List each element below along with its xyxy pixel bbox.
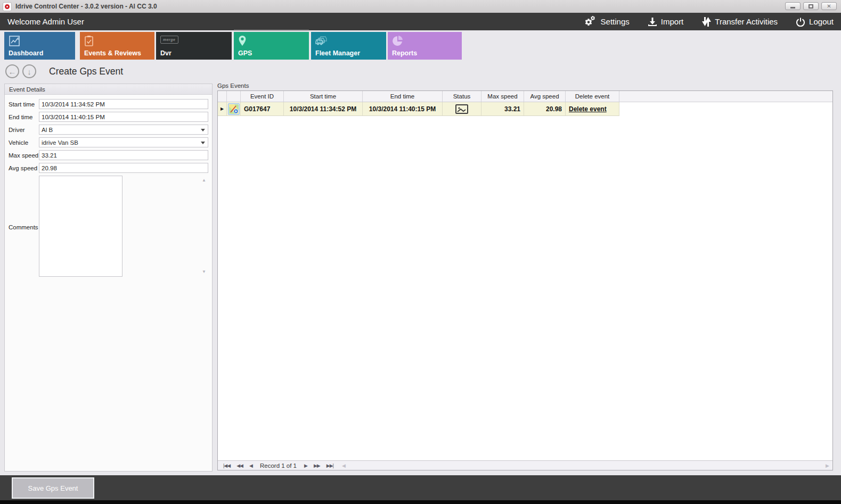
tab-dvr-label: Dvr xyxy=(160,49,172,57)
gears-icon xyxy=(584,16,597,28)
header-status[interactable]: Status xyxy=(443,91,481,102)
header-delete-event[interactable]: Delete event xyxy=(566,91,619,102)
tab-gps-label: GPS xyxy=(238,49,252,57)
tab-reports[interactable]: Reports xyxy=(388,32,462,60)
header-icon xyxy=(227,91,241,102)
map-route-icon[interactable] xyxy=(228,103,240,115)
import-icon xyxy=(648,17,657,27)
save-gps-event-button[interactable]: Save Gps Event xyxy=(12,477,94,499)
delete-event-link[interactable]: Delete event xyxy=(569,105,607,113)
comments-label: Comments xyxy=(9,224,39,230)
gps-events-grid: Event ID Start time End time Status Max … xyxy=(217,90,833,470)
header-end-time[interactable]: End time xyxy=(363,91,443,102)
pie-chart-icon xyxy=(392,35,404,47)
hscroll-left-icon[interactable]: ◀ xyxy=(342,463,345,468)
title-bar: Idrive Control Center - 3.0.2 version - … xyxy=(0,0,841,13)
max-speed-label: Max speed xyxy=(9,152,39,159)
import-label: Import xyxy=(661,17,684,26)
table-row[interactable]: ▶ G017647 10/3/2014 11:34:52 PM 10/3/201… xyxy=(218,102,832,116)
vehicle-value: idrive Van SB xyxy=(42,139,78,146)
chevron-down-icon xyxy=(201,142,205,144)
scroll-up-icon[interactable]: ▲ xyxy=(202,178,206,183)
close-button[interactable]: ✕ xyxy=(821,2,837,10)
tab-reports-label: Reports xyxy=(392,49,417,57)
pager-next-page-button[interactable]: ▶▶ xyxy=(314,463,320,468)
comments-field[interactable] xyxy=(39,176,123,277)
transfer-icon xyxy=(701,16,711,27)
power-icon xyxy=(796,17,805,27)
tab-gps[interactable]: GPS xyxy=(234,32,309,60)
back-arrow-icon: ← xyxy=(9,67,17,76)
cell-start-time: 10/3/2014 11:34:52 PM xyxy=(284,102,363,116)
avg-speed-field[interactable] xyxy=(39,163,208,173)
breadcrumb: ← ↓ Create Gps Event xyxy=(5,64,123,79)
grid-header-row: Event ID Start time End time Status Max … xyxy=(218,91,832,102)
avg-speed-label: Avg speed xyxy=(9,165,39,171)
app-logo-icon xyxy=(3,2,12,11)
tab-events-reviews-label: Events & Reviews xyxy=(84,49,141,57)
pager-first-button[interactable]: |◀◀ xyxy=(223,463,230,468)
window-title: Idrive Control Center - 3.0.2 version - … xyxy=(15,3,157,10)
row-map-cell[interactable] xyxy=(227,102,241,116)
max-speed-field[interactable] xyxy=(39,150,208,160)
transfer-activities-label: Transfer Activities xyxy=(715,17,778,26)
cell-delete-event[interactable]: Delete event xyxy=(566,102,619,116)
settings-label: Settings xyxy=(601,17,630,26)
transfer-activities-button[interactable]: Transfer Activities xyxy=(701,16,778,27)
logout-button[interactable]: Logout xyxy=(796,17,834,27)
event-details-panel: Event Details Start time End time Driver… xyxy=(4,84,213,472)
hscroll-right-icon[interactable]: ▶ xyxy=(826,463,829,468)
bottom-edge xyxy=(0,500,841,504)
import-button[interactable]: Import xyxy=(648,17,684,27)
cell-status[interactable] xyxy=(443,102,481,116)
cell-event-id: G017647 xyxy=(241,102,284,116)
header-filler xyxy=(619,91,832,102)
vehicle-dropdown[interactable]: idrive Van SB xyxy=(39,137,208,147)
tab-dvr[interactable]: merge Dvr xyxy=(156,32,232,60)
event-details-header: Event Details xyxy=(5,84,212,95)
grid-empty-area xyxy=(218,116,832,460)
maximize-button[interactable] xyxy=(803,2,819,10)
minimize-icon xyxy=(790,7,795,9)
start-time-field[interactable] xyxy=(39,99,208,109)
tab-dashboard[interactable]: Dashboard xyxy=(4,32,75,60)
pager-prev-page-button[interactable]: ◀◀ xyxy=(236,463,243,468)
start-time-label: Start time xyxy=(9,101,39,108)
settings-button[interactable]: Settings xyxy=(584,16,630,28)
header-max-speed[interactable]: Max speed xyxy=(481,91,524,102)
chart-icon xyxy=(9,35,20,47)
top-bar: Welcome Admin User Settings Import xyxy=(0,13,841,30)
down-button[interactable]: ↓ xyxy=(22,64,36,78)
minimize-button[interactable] xyxy=(785,2,801,10)
pager-next-button[interactable]: ▶ xyxy=(304,463,307,468)
header-event-id[interactable]: Event ID xyxy=(241,91,284,102)
pager-last-button[interactable]: ▶▶| xyxy=(326,463,333,468)
image-icon[interactable] xyxy=(455,104,468,114)
tab-fleet-manager[interactable]: Fleet Manager xyxy=(311,32,386,60)
driver-dropdown[interactable]: Al B xyxy=(39,125,208,135)
tab-fleet-manager-label: Fleet Manager xyxy=(315,49,360,57)
tab-dashboard-label: Dashboard xyxy=(9,49,43,57)
end-time-field[interactable] xyxy=(39,112,208,122)
logout-label: Logout xyxy=(809,17,834,26)
pager-record-text: Record 1 of 1 xyxy=(260,462,297,469)
down-arrow-icon: ↓ xyxy=(27,67,31,76)
cell-end-time: 10/3/2014 11:40:15 PM xyxy=(363,102,443,116)
map-pin-icon xyxy=(238,35,247,47)
tab-events-reviews[interactable]: Events & Reviews xyxy=(80,32,154,60)
merge-badge-icon: merge xyxy=(160,35,178,43)
scroll-down-icon[interactable]: ▼ xyxy=(202,269,206,274)
grid-pager: |◀◀ ◀◀ ◀ Record 1 of 1 ▶ ▶▶ ▶▶| ◀ ▶ xyxy=(218,460,832,470)
pager-prev-button[interactable]: ◀ xyxy=(249,463,252,468)
driver-label: Driver xyxy=(9,127,39,133)
page-title: Create Gps Event xyxy=(49,66,123,77)
header-start-time[interactable]: Start time xyxy=(284,91,363,102)
row-arrow-icon: ▶ xyxy=(221,106,224,111)
close-icon: ✕ xyxy=(827,4,831,9)
vehicle-label: Vehicle xyxy=(9,139,39,146)
maximize-icon xyxy=(809,4,813,9)
welcome-text: Welcome Admin User xyxy=(7,17,84,26)
clipboard-check-icon xyxy=(84,35,94,47)
header-avg-speed[interactable]: Avg speed xyxy=(524,91,566,102)
back-button[interactable]: ← xyxy=(5,64,19,78)
